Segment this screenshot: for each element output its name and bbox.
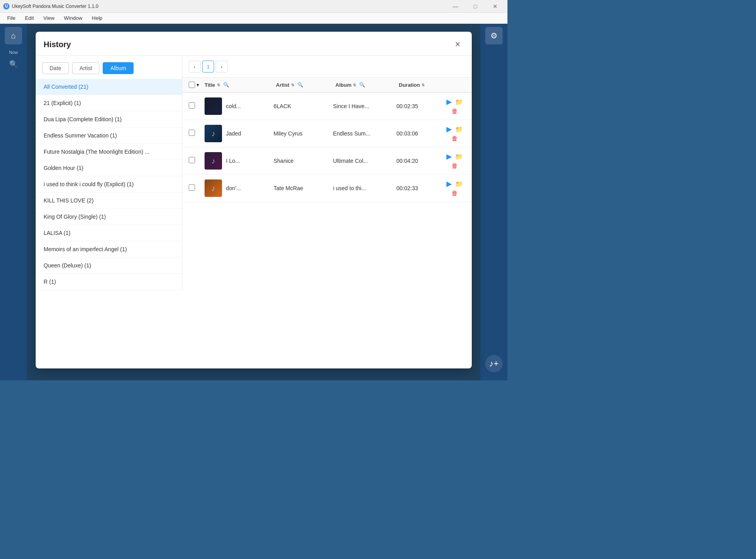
right-panel: ‹ 1 › ▼ (182, 56, 472, 290)
home-button[interactable]: ⌂ (5, 27, 22, 44)
playlist-item-9[interactable]: LALISA (1) (36, 225, 182, 241)
dialog-header: History ✕ (36, 32, 472, 56)
track-thumbnail-2: ♪ (205, 125, 222, 142)
play-button-3[interactable]: ▶ (446, 152, 452, 161)
dialog-body: Date Artist Album All Converted (21) 21 … (36, 56, 472, 290)
pagination: ‹ 1 › (182, 56, 472, 78)
title-search-icon[interactable]: 🔍 (223, 82, 229, 88)
select-all-checkbox[interactable] (189, 82, 195, 88)
playlist-item-2[interactable]: Dua Lipa (Complete Edition) (1) (36, 111, 182, 128)
track-duration-4: 00:02:33 (396, 185, 444, 191)
music-add-button[interactable]: ♪+ (485, 355, 503, 372)
playlist-item-7[interactable]: KILL THIS LOVE (2) (36, 193, 182, 209)
track-thumbnail-1 (205, 97, 222, 115)
track-duration-1: 00:02:35 (396, 103, 444, 109)
search-button[interactable]: 🔍 (6, 57, 21, 71)
delete-button-3[interactable]: 🗑 (452, 162, 458, 170)
playlist-item-all[interactable]: All Converted (21) (36, 79, 182, 95)
minimize-button[interactable]: — (446, 0, 465, 13)
pagination-current[interactable]: 1 (202, 61, 214, 72)
track-artist-4: Tate McRae (274, 185, 333, 191)
folder-button-4[interactable]: 📁 (455, 180, 463, 188)
track-title-2: Jaded (226, 130, 274, 137)
track-row: ♪ Jaded Miley Cyrus Endless Sum... 00:03… (182, 120, 472, 147)
playlist-item-5[interactable]: Golden Hour (1) (36, 160, 182, 176)
track-actions-3: ▶ 📁 🗑 (444, 152, 465, 170)
track-actions-2: ▶ 📁 🗑 (444, 125, 465, 142)
track-title-4: don'... (226, 185, 274, 191)
app-title: UkeySoft Pandora Music Converter 1.1.0 (12, 4, 446, 9)
left-panel: Date Artist Album All Converted (21) 21 … (36, 56, 182, 290)
menu-file[interactable]: File (3, 14, 19, 22)
play-button-4[interactable]: ▶ (446, 179, 452, 188)
playlist-item-1[interactable]: 21 (Explicit) (1) (36, 95, 182, 111)
track-duration-2: 00:03:06 (396, 130, 444, 137)
filter-tab-date[interactable]: Date (42, 62, 69, 74)
table-header: ▼ Title ⇅ 🔍 (182, 78, 472, 93)
left-sidebar: ⌂ Now 🔍 (0, 24, 27, 380)
menu-edit[interactable]: Edit (21, 14, 38, 22)
folder-button-2[interactable]: 📁 (455, 126, 463, 133)
track-checkbox-1[interactable] (189, 102, 195, 109)
maximize-button[interactable]: □ (466, 0, 484, 13)
settings-button[interactable]: ⚙ (485, 27, 503, 44)
track-album-4: i used to thi... (333, 185, 396, 191)
filter-tab-album[interactable]: Album (103, 62, 134, 74)
playlist-item-12[interactable]: R (1) (36, 274, 182, 290)
folder-button-3[interactable]: 📁 (455, 153, 463, 160)
main-content: History ✕ Date Artist Album (27, 24, 480, 380)
header-duration: Duration ⇅ (399, 82, 450, 88)
track-actions-1: ▶ 📁 🗑 (444, 97, 465, 115)
window-close-button[interactable]: ✕ (486, 0, 504, 13)
track-checkbox-4[interactable] (189, 184, 195, 191)
playlist-item-11[interactable]: Queen (Deluxe) (1) (36, 258, 182, 274)
title-bar: U UkeySoft Pandora Music Converter 1.1.0… (0, 0, 507, 13)
track-duration-3: 00:04:20 (396, 158, 444, 164)
album-sort-icon[interactable]: ⇅ (353, 83, 356, 87)
folder-button-1[interactable]: 📁 (455, 98, 463, 106)
playlist-item-6[interactable]: i used to think i could fly (Explicit) (… (36, 176, 182, 193)
menu-view[interactable]: View (39, 14, 58, 22)
menu-help[interactable]: Help (88, 14, 107, 22)
track-row: ♪ I Lo... Shanice Ultimate Col... 00:04:… (182, 147, 472, 175)
pagination-next[interactable]: › (216, 61, 228, 72)
track-title-1: cold... (226, 103, 274, 109)
playlist-item-4[interactable]: Future Nostalgia (The Moonlight Edition)… (36, 144, 182, 160)
track-artist-1: 6LACK (274, 103, 333, 109)
track-row: ♪ don'... Tate McRae i used to thi... 00… (182, 175, 472, 202)
row-checkbox-cell (189, 184, 205, 192)
menu-window[interactable]: Window (60, 14, 86, 22)
playlist-item-3[interactable]: Endless Summer Vacation (1) (36, 128, 182, 144)
track-artist-3: Shanice (274, 158, 333, 164)
header-album: Album ⇅ 🔍 (335, 82, 399, 88)
tracks-table: ▼ Title ⇅ 🔍 (182, 78, 472, 290)
track-title-3: I Lo... (226, 158, 274, 164)
playlist-item-10[interactable]: Memoirs of an imperfect Angel (1) (36, 241, 182, 258)
row-checkbox-cell (189, 157, 205, 165)
now-playing-button[interactable]: Now (8, 48, 19, 57)
delete-button-4[interactable]: 🗑 (452, 190, 458, 197)
title-sort-icon[interactable]: ⇅ (217, 83, 220, 87)
duration-sort-icon[interactable]: ⇅ (421, 83, 425, 87)
play-button-1[interactable]: ▶ (446, 97, 452, 106)
header-title: Title ⇅ 🔍 (205, 82, 276, 88)
track-checkbox-2[interactable] (189, 130, 195, 136)
dialog-overlay: History ✕ Date Artist Album (27, 24, 480, 380)
track-checkbox-3[interactable] (189, 157, 195, 163)
track-row: cold... 6LACK Since I Have... 00:02:35 ▶… (182, 93, 472, 120)
delete-button-2[interactable]: 🗑 (452, 135, 458, 142)
track-artist-2: Miley Cyrus (274, 130, 333, 137)
pagination-prev[interactable]: ‹ (189, 61, 201, 72)
playlist-item-8[interactable]: King Of Glory (Single) (1) (36, 209, 182, 225)
delete-button-1[interactable]: 🗑 (452, 108, 458, 115)
app-layout: ⌂ Now 🔍 History ✕ Date (0, 24, 507, 380)
artist-search-icon[interactable]: 🔍 (297, 82, 303, 88)
play-button-2[interactable]: ▶ (446, 125, 452, 134)
dialog-close-button[interactable]: ✕ (451, 38, 464, 51)
filter-tab-artist[interactable]: Artist (72, 62, 100, 74)
playlist-list: All Converted (21) 21 (Explicit) (1) Dua… (36, 79, 182, 290)
album-search-icon[interactable]: 🔍 (359, 82, 365, 88)
artist-sort-icon[interactable]: ⇅ (291, 83, 294, 87)
header-checkbox-cell: ▼ (189, 82, 205, 88)
track-actions-4: ▶ 📁 🗑 (444, 179, 465, 197)
